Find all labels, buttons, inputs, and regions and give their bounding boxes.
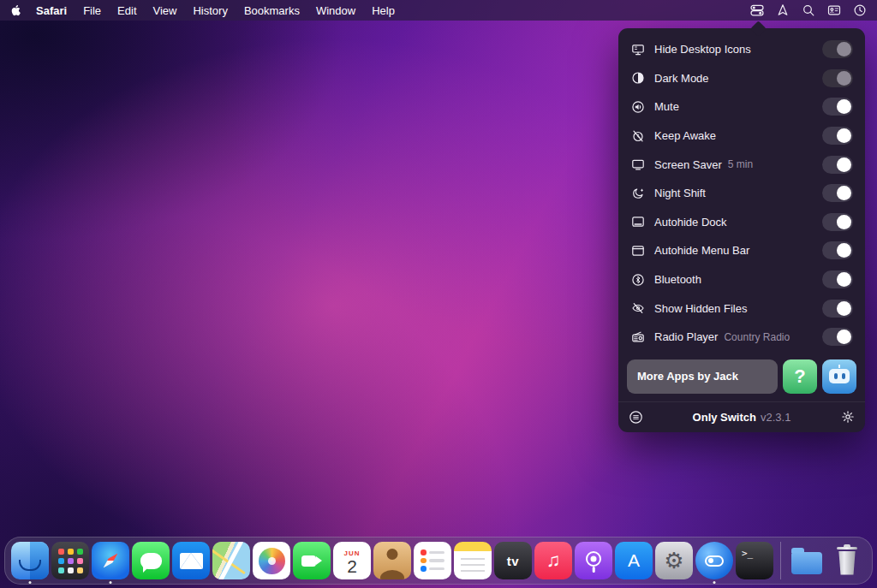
toggle-hide-desktop-icons[interactable] <box>822 40 853 58</box>
menu-history[interactable]: History <box>193 4 227 17</box>
switch-row-radio-player: Radio PlayerCountry Radio <box>618 323 865 352</box>
switch-label: Show Hidden Files <box>654 302 747 315</box>
switches-icon[interactable] <box>750 3 764 17</box>
desktop-icon <box>630 43 646 56</box>
switch-row-autohide-dock: Autohide Dock <box>618 208 865 237</box>
maps-dock-icon[interactable] <box>212 542 250 579</box>
running-indicator-dot <box>713 581 716 584</box>
toggle-keep-awake[interactable] <box>822 127 853 145</box>
safari-dock-icon[interactable] <box>92 542 129 579</box>
dock: JUN2tv♫A⚙>_ <box>4 537 873 585</box>
toggle-autohide-menu-bar[interactable] <box>822 241 853 259</box>
reminders-dock-icon[interactable] <box>414 542 451 579</box>
more-apps-button[interactable]: More Apps by Jack <box>627 359 778 394</box>
toggle-knob <box>837 42 851 56</box>
switch-detail: 5 min <box>728 158 753 170</box>
toggle-knob <box>837 186 851 200</box>
night-shift-icon <box>630 187 646 200</box>
question-app-icon[interactable]: ? <box>783 359 817 394</box>
switch-label: Autohide Dock <box>654 216 727 229</box>
switch-row-mute: Mute <box>618 92 865 122</box>
spotlight-icon[interactable] <box>802 3 815 17</box>
autohide-dock-icon <box>630 215 646 229</box>
toggle-knob <box>837 243 851 258</box>
menu-bookmarks[interactable]: Bookmarks <box>244 4 300 17</box>
system-preferences-dock-icon[interactable]: ⚙ <box>655 542 693 579</box>
switch-row-dark-mode: Dark Mode <box>618 64 865 93</box>
toggle-mute[interactable] <box>822 98 853 116</box>
switch-row-screen-saver: Screen Saver5 min <box>618 150 865 179</box>
robot-app-icon[interactable] <box>822 359 856 394</box>
toggle-bluetooth[interactable] <box>822 270 853 288</box>
toggle-dark-mode[interactable] <box>822 69 853 87</box>
dock-separator <box>780 542 781 579</box>
app-name: Only Switch <box>693 411 756 424</box>
screen-saver-icon <box>630 157 646 171</box>
mute-icon <box>630 100 646 114</box>
switch-label: Dark Mode <box>654 72 709 85</box>
switch-detail: Country Radio <box>724 331 790 343</box>
keep-awake-icon <box>630 129 646 143</box>
panel-footer: Only Switchv2.3.1 <box>618 401 865 432</box>
toggle-screen-saver[interactable] <box>822 156 853 174</box>
contacts-dock-icon[interactable] <box>373 542 411 579</box>
notes-dock-icon[interactable] <box>454 542 492 579</box>
app-title: Only Switchv2.3.1 <box>618 411 865 424</box>
finder-dock-icon[interactable] <box>11 542 49 579</box>
toggle-knob <box>837 71 851 86</box>
switch-label: Bluetooth <box>654 273 701 286</box>
toggle-knob <box>837 128 851 143</box>
appletv-dock-icon[interactable]: tv <box>494 542 532 579</box>
music-dock-icon[interactable]: ♫ <box>534 542 572 579</box>
photos-dock-icon[interactable] <box>253 542 290 579</box>
switch-label: Radio Player <box>654 330 718 343</box>
running-indicator-dot <box>29 581 32 584</box>
switch-row-autohide-menu-bar: Autohide Menu Bar <box>618 236 865 265</box>
toggle-radio-player[interactable] <box>822 328 853 346</box>
launchpad-dock-icon[interactable] <box>51 542 89 579</box>
switch-list: Hide Desktop IconsDark ModeMuteKeep Awak… <box>618 35 865 352</box>
switch-row-night-shift: Night Shift <box>618 179 865 208</box>
menu-edit[interactable]: Edit <box>117 4 136 17</box>
switch-label: Mute <box>654 100 679 113</box>
switch-row-hide-desktop-icons: Hide Desktop Icons <box>618 35 865 64</box>
clock-icon[interactable] <box>853 3 867 17</box>
toggle-autohide-dock[interactable] <box>822 213 853 231</box>
menu-list-icon[interactable] <box>629 410 643 425</box>
paper-plane-icon[interactable] <box>776 3 790 17</box>
autohide-menubar-icon <box>630 244 646 258</box>
toggle-knob <box>837 272 851 287</box>
toggle-knob <box>837 330 851 344</box>
menu-window[interactable]: Window <box>316 4 355 17</box>
running-indicator-dot <box>110 581 112 584</box>
toggle-night-shift[interactable] <box>822 184 853 202</box>
podcasts-dock-icon[interactable] <box>575 542 612 579</box>
appstore-dock-icon[interactable]: A <box>615 542 653 579</box>
onlyswitch-dock-icon[interactable] <box>695 542 733 579</box>
toggle-knob <box>837 215 851 229</box>
active-app-name[interactable]: Safari <box>36 4 67 17</box>
switch-label: Screen Saver <box>654 158 722 171</box>
toggle-knob <box>837 301 851 316</box>
user-card-icon[interactable] <box>827 3 841 17</box>
menu-file[interactable]: File <box>83 4 101 17</box>
settings-gear-icon[interactable] <box>841 410 855 424</box>
terminal-dock-icon[interactable]: >_ <box>736 542 773 579</box>
facetime-dock-icon[interactable] <box>293 542 331 579</box>
switch-label: Keep Awake <box>654 129 716 142</box>
switch-label: Autohide Menu Bar <box>654 244 749 257</box>
trash-dock-icon[interactable] <box>828 542 866 579</box>
menu-view[interactable]: View <box>153 4 177 17</box>
apple-menu-icon[interactable] <box>10 4 22 16</box>
menu-help[interactable]: Help <box>372 4 395 17</box>
toggle-show-hidden-files[interactable] <box>822 300 853 318</box>
radio-icon <box>630 330 646 344</box>
switch-label: Hide Desktop Icons <box>654 43 751 56</box>
downloads-dock-icon[interactable] <box>788 542 826 579</box>
question-glyph: ? <box>794 365 805 388</box>
messages-dock-icon[interactable] <box>132 542 170 579</box>
toggle-knob <box>837 99 851 114</box>
more-apps-row: More Apps by Jack ? <box>618 352 865 400</box>
calendar-dock-icon[interactable]: JUN2 <box>333 542 371 579</box>
mail-dock-icon[interactable] <box>172 542 210 579</box>
